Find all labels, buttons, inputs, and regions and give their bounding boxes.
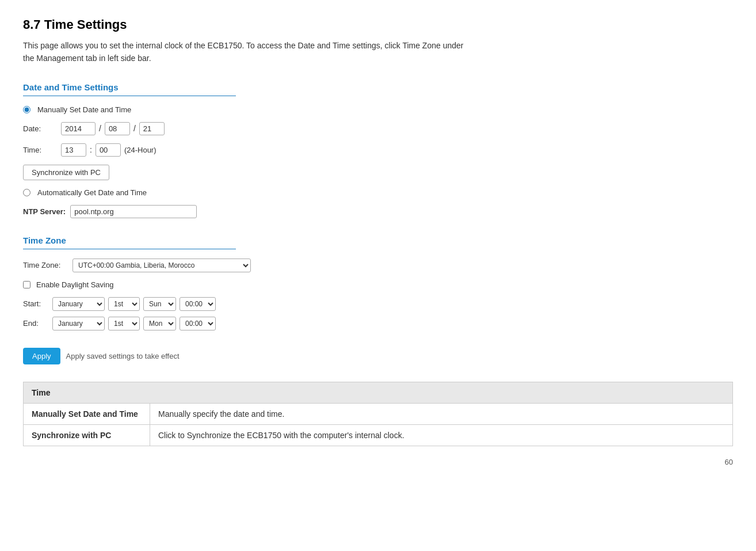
page-number: 60: [23, 458, 733, 466]
timezone-label: Time Zone:: [23, 261, 69, 269]
start-time-select[interactable]: 00:0001:0002:0003:0004:0005:0006:0007:00…: [180, 297, 216, 311]
info-table: Time Manually Set Date and Time Manually…: [23, 382, 733, 446]
time-label: Time:: [23, 146, 58, 154]
intro-text: This page allows you to set the internal…: [23, 39, 733, 65]
timezone-row: Time Zone: UTC+00:00 Gambia, Liberia, Mo…: [23, 259, 733, 272]
daylight-checkbox[interactable]: [23, 281, 30, 288]
manually-radio-row: Manually Set Date and Time: [23, 105, 733, 114]
daylight-row: Enable Daylight Saving: [23, 280, 733, 289]
end-time-select[interactable]: 00:0001:0002:0003:0004:0005:0006:0007:00…: [180, 317, 216, 330]
auto-radio-row: Automatically Get Date and Time: [23, 188, 733, 197]
date-time-divider: [23, 96, 236, 96]
table-term: Synchronize with PC: [24, 424, 150, 446]
start-occurrence-select[interactable]: 1st2nd3rd4thLast: [108, 297, 140, 311]
auto-label: Automatically Get Date and Time: [37, 188, 147, 197]
date-time-section-title: Date and Time Settings: [23, 82, 733, 92]
table-description: Click to Synchronize the ECB1750 with th…: [150, 424, 733, 446]
page-heading: 8.7 Time Settings: [23, 17, 733, 32]
auto-radio[interactable]: [23, 189, 30, 196]
slash-1: /: [99, 124, 101, 133]
timezone-divider: [23, 249, 236, 249]
table-row: Synchronize with PC Click to Synchronize…: [24, 424, 733, 446]
timezone-select[interactable]: UTC+00:00 Gambia, Liberia, MoroccoUTC-12…: [72, 259, 251, 272]
table-description: Manually specify the date and time.: [150, 403, 733, 424]
manually-label: Manually Set Date and Time: [37, 105, 131, 114]
date-year-input[interactable]: [61, 122, 96, 135]
apply-button[interactable]: Apply: [23, 348, 60, 364]
table-row: Manually Set Date and Time Manually spec…: [24, 403, 733, 424]
end-month-select[interactable]: JanuaryFebruaryMarchAprilMayJuneJulyAugu…: [52, 317, 105, 330]
time-min-input[interactable]: [96, 143, 121, 157]
start-day-select[interactable]: SunMonTueWedThuFriSat: [143, 297, 176, 311]
apply-row: Apply Apply saved settings to take effec…: [23, 348, 733, 364]
date-day-input[interactable]: [139, 122, 165, 135]
start-month-select[interactable]: JanuaryFebruaryMarchAprilMayJuneJulyAugu…: [52, 297, 105, 311]
date-month-input[interactable]: [105, 122, 130, 135]
start-label: Start:: [23, 299, 49, 308]
ntp-label: NTP Server:: [23, 207, 66, 216]
end-row: End: JanuaryFebruaryMarchAprilMayJuneJul…: [23, 317, 733, 330]
table-header: Time: [24, 382, 733, 403]
timezone-section-title: Time Zone: [23, 235, 733, 245]
time-note: (24-Hour): [124, 146, 156, 154]
end-day-select[interactable]: SunMonTueWedThuFriSat: [143, 317, 176, 330]
end-occurrence-select[interactable]: 1st2nd3rd4thLast: [108, 317, 140, 330]
sync-button[interactable]: Synchronize with PC: [23, 165, 109, 180]
sync-row: Synchronize with PC: [23, 165, 733, 180]
date-label: Date:: [23, 124, 58, 133]
table-term: Manually Set Date and Time: [24, 403, 150, 424]
apply-note: Apply saved settings to take effect: [66, 352, 180, 360]
end-label: End:: [23, 319, 49, 328]
time-hour-input[interactable]: [61, 143, 86, 157]
date-time-section: Date and Time Settings Manually Set Date…: [23, 82, 733, 218]
slash-2: /: [133, 124, 136, 133]
time-row: Time: : (24-Hour): [23, 143, 733, 157]
ntp-input[interactable]: [70, 205, 197, 218]
daylight-label: Enable Daylight Saving: [36, 280, 113, 289]
manually-radio[interactable]: [23, 106, 30, 113]
start-row: Start: JanuaryFebruaryMarchAprilMayJuneJ…: [23, 297, 733, 311]
colon: :: [90, 145, 92, 154]
timezone-section: Time Zone Time Zone: UTC+00:00 Gambia, L…: [23, 235, 733, 330]
date-row: Date: / /: [23, 122, 733, 135]
ntp-row: NTP Server:: [23, 205, 733, 218]
